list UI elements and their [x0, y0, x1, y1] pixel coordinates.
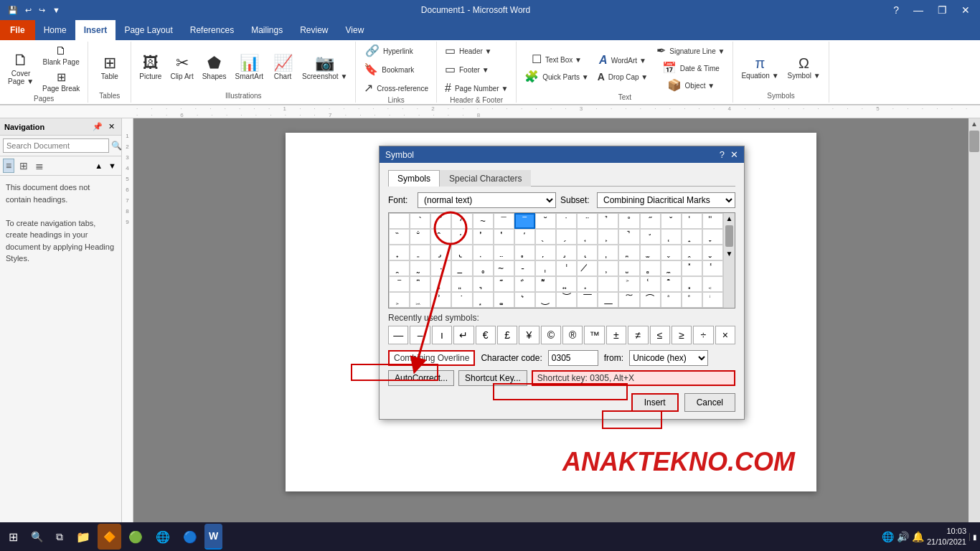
- symbol-cell-45[interactable]: ̬: [661, 245, 682, 260]
- symbol-cell-4[interactable]: ~: [473, 213, 494, 229]
- nav-up-btn[interactable]: ▲: [93, 161, 105, 171]
- symbol-cell-26[interactable]: ̙: [598, 229, 618, 245]
- symbol-cell-77[interactable]: ͒: [661, 276, 682, 292]
- symbol-cell-25[interactable]: ̘: [577, 229, 598, 245]
- bookmark-btn[interactable]: 🔖 Bookmark: [360, 62, 418, 77]
- symbol-cell-48[interactable]: ̯: [389, 260, 410, 276]
- table-btn[interactable]: ⊞ Table: [95, 46, 124, 89]
- symbol-cell-10[interactable]: ̉: [598, 213, 618, 229]
- task-view-btn[interactable]: ⧉: [50, 524, 69, 550]
- recent-symbol-9[interactable]: ™: [584, 326, 604, 344]
- tab-symbols[interactable]: Symbols: [388, 170, 440, 187]
- symbol-cell-51[interactable]: ̲: [451, 260, 472, 276]
- recent-symbol-2[interactable]: ı: [432, 326, 452, 344]
- show-desktop-btn[interactable]: ▮: [969, 533, 977, 541]
- symbol-cell-92[interactable]: ͡: [640, 292, 661, 308]
- nav-close-btn[interactable]: ✕: [106, 121, 117, 132]
- symbol-cell-65[interactable]: ͆: [410, 276, 430, 292]
- symbol-cell-36[interactable]: ̣: [473, 245, 494, 260]
- cross-ref-btn[interactable]: ↗ Cross-reference: [360, 80, 432, 96]
- symbol-cell-68[interactable]: ͉: [473, 276, 494, 292]
- search-input[interactable]: [3, 138, 109, 153]
- cancel-btn[interactable]: Cancel: [684, 393, 735, 412]
- footer-btn[interactable]: ▭ Footer ▼: [441, 62, 493, 77]
- recent-symbol-13[interactable]: ≥: [672, 326, 692, 344]
- recent-symbol-4[interactable]: €: [476, 326, 496, 344]
- symbol-cell-63[interactable]: ̾: [702, 260, 723, 276]
- symbol-cell-95[interactable]: ͥ: [702, 292, 723, 308]
- symbol-cell-52[interactable]: ˳: [473, 260, 494, 276]
- shapes-btn[interactable]: ⬟ Shapes: [199, 46, 230, 89]
- search-taskbar-btn[interactable]: 🔍: [25, 524, 49, 550]
- nav-pages-btn[interactable]: ⊞: [17, 159, 30, 172]
- symbol-cell-32[interactable]: ̟: [389, 245, 410, 260]
- symbol-cell-20[interactable]: ̓: [473, 229, 494, 245]
- symbol-cell-17[interactable]: ̐: [410, 229, 430, 245]
- taskbar-clock[interactable]: 10:03 21/10/2021: [927, 526, 966, 548]
- recent-symbol-7[interactable]: ©: [541, 326, 561, 344]
- symbol-cell-64[interactable]: ‾: [389, 276, 410, 292]
- symbol-cell-34[interactable]: ̡: [430, 245, 451, 260]
- insert-btn[interactable]: Insert: [631, 393, 679, 412]
- symbol-cell-79[interactable]: ͔: [702, 276, 723, 292]
- hyperlink-btn[interactable]: 🔗 Hyperlink: [360, 43, 418, 59]
- symbol-cell-13[interactable]: ˇ: [661, 213, 682, 229]
- symbol-cell-1[interactable]: `: [410, 213, 430, 229]
- symbol-cell-15[interactable]: ̎: [702, 213, 723, 229]
- symbol-cell-29[interactable]: ̜: [661, 229, 682, 245]
- symbol-cell-8[interactable]: ˙: [556, 213, 577, 229]
- symbol-cell-54[interactable]: ̵: [514, 260, 535, 276]
- shortcut-key-btn[interactable]: Shortcut Key...: [458, 370, 527, 386]
- qa-dropdown[interactable]: ▼: [50, 5, 62, 16]
- app3-btn[interactable]: 🔵: [177, 524, 203, 550]
- wordart-btn[interactable]: A WordArt ▼: [594, 52, 652, 68]
- tab-home[interactable]: Home: [35, 20, 75, 40]
- symbol-cell-6[interactable]: ‾: [514, 213, 535, 229]
- recent-symbol-12[interactable]: ≤: [650, 326, 670, 344]
- quick-parts-btn[interactable]: 🧩 Quick Parts ▼: [521, 69, 592, 85]
- symbol-cell-50[interactable]: ·: [430, 260, 451, 276]
- symbol-cell-40[interactable]: ̧: [556, 245, 577, 260]
- recent-symbol-3[interactable]: ↵: [453, 326, 473, 344]
- symbol-cell-18[interactable]: ̑: [430, 229, 451, 245]
- nav-down-btn[interactable]: ▼: [106, 161, 118, 171]
- recent-symbol-15[interactable]: ×: [715, 326, 735, 344]
- symbol-cell-33[interactable]: ̠: [410, 245, 430, 260]
- undo-btn[interactable]: ↩: [23, 5, 34, 16]
- symbol-cell-7[interactable]: ˘: [535, 213, 556, 229]
- symbol-btn[interactable]: Ω Symbol ▼: [784, 46, 824, 89]
- page-break-btn[interactable]: ⊞ Page Break: [39, 70, 83, 95]
- word-taskbar-btn[interactable]: W: [204, 524, 222, 550]
- recent-symbol-5[interactable]: £: [497, 326, 517, 344]
- symbol-cell-81[interactable]: ͖: [410, 292, 430, 308]
- drop-cap-btn[interactable]: A Drop Cap ▼: [594, 70, 652, 84]
- minimize-btn[interactable]: —: [909, 3, 928, 17]
- symbol-cell-42[interactable]: ̩: [598, 245, 618, 260]
- symbol-cell-73[interactable]: ͎: [577, 276, 598, 292]
- symbol-cell-27[interactable]: ̚: [618, 229, 639, 245]
- symbol-cell-28[interactable]: ̛: [640, 229, 661, 245]
- symbol-cell-55[interactable]: ˌ: [535, 260, 556, 276]
- symbol-cell-47[interactable]: ̮: [702, 245, 723, 260]
- symbol-cell-90[interactable]: ͟: [598, 292, 618, 308]
- nav-headings-btn[interactable]: ≡: [3, 159, 14, 173]
- symbol-cell-2[interactable]: ´: [430, 213, 451, 229]
- symbol-cell-16[interactable]: ̏: [389, 229, 410, 245]
- symbol-cell-86[interactable]: ͛: [514, 292, 535, 308]
- symbol-cell-69[interactable]: ͊: [494, 276, 514, 292]
- symbol-cell-3[interactable]: ^: [451, 213, 472, 229]
- tab-references[interactable]: References: [182, 20, 242, 40]
- symbol-cell-88[interactable]: ͝: [556, 292, 577, 308]
- dialog-close-btn[interactable]: ✕: [730, 149, 738, 160]
- font-select[interactable]: (normal text): [418, 192, 556, 208]
- symbol-cell-59[interactable]: ̺: [618, 260, 639, 276]
- symbol-cell-11[interactable]: ˚: [618, 213, 639, 229]
- symbol-cell-9[interactable]: ¨: [577, 213, 598, 229]
- symbol-cell-82[interactable]: ͗: [430, 292, 451, 308]
- symbol-cell-0[interactable]: [389, 213, 410, 229]
- blank-page-btn[interactable]: 🗋 Blank Page: [39, 43, 83, 68]
- symbol-cell-74[interactable]: ͏: [598, 276, 618, 292]
- symbol-cell-60[interactable]: ̻: [640, 260, 661, 276]
- symbol-cell-93[interactable]: ͣ: [661, 292, 682, 308]
- symbol-cell-43[interactable]: ̪: [618, 245, 639, 260]
